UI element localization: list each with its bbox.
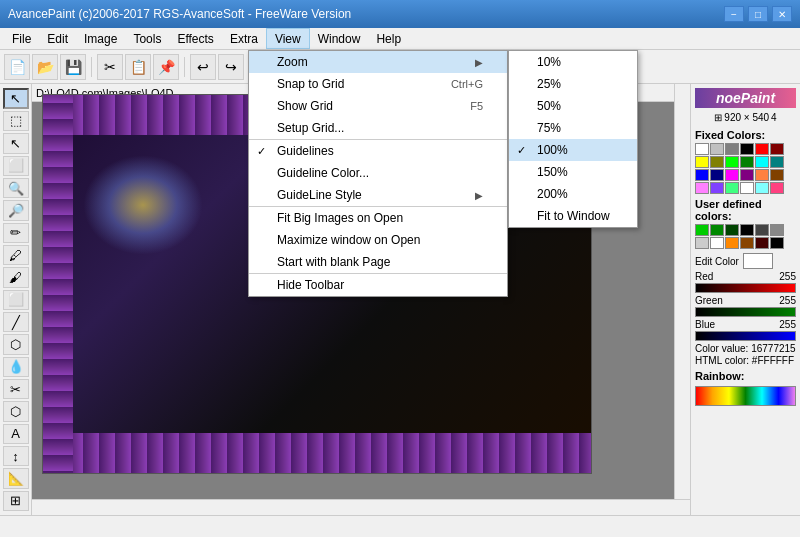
fixed-color-cell-18[interactable] <box>695 182 709 194</box>
line-tool[interactable]: ╱ <box>3 312 29 332</box>
paste-button[interactable]: 📌 <box>153 54 179 80</box>
fixed-color-cell-20[interactable] <box>725 182 739 194</box>
fixed-color-cell-19[interactable] <box>710 182 724 194</box>
text-tool[interactable]: A <box>3 424 29 444</box>
fixed-color-cell-7[interactable] <box>710 156 724 168</box>
save-button[interactable]: 💾 <box>60 54 86 80</box>
user-color-cell-1[interactable] <box>710 224 724 236</box>
color-preview[interactable] <box>743 253 773 269</box>
maximize-button[interactable]: □ <box>748 6 768 22</box>
close-button[interactable]: ✕ <box>772 6 792 22</box>
fixed-color-cell-11[interactable] <box>770 156 784 168</box>
select-tool[interactable]: ↖ <box>3 88 29 109</box>
user-color-cell-9[interactable] <box>740 237 754 249</box>
fixed-color-cell-16[interactable] <box>755 169 769 181</box>
menu-zoom[interactable]: Zoom ▶ <box>249 51 507 73</box>
paint-tool[interactable]: 🖌 <box>3 267 29 287</box>
vertical-scrollbar[interactable] <box>674 84 690 499</box>
zoom-tool[interactable]: 🔍 <box>3 178 29 198</box>
undo-button[interactable]: ↩ <box>190 54 216 80</box>
menu-file[interactable]: File <box>4 28 39 49</box>
zoom-fit-window[interactable]: Fit to Window <box>509 205 637 227</box>
crop-tool[interactable]: ✂ <box>3 379 29 399</box>
fixed-color-cell-1[interactable] <box>710 143 724 155</box>
fixed-color-cell-23[interactable] <box>770 182 784 194</box>
fixed-color-cell-5[interactable] <box>770 143 784 155</box>
flip-tool[interactable]: ↕ <box>3 446 29 466</box>
zoom-100[interactable]: ✓ 100% <box>509 139 637 161</box>
fixed-color-cell-22[interactable] <box>755 182 769 194</box>
zoom-75[interactable]: 75% <box>509 117 637 139</box>
fixed-color-cell-17[interactable] <box>770 169 784 181</box>
zoom-10[interactable]: 10% <box>509 51 637 73</box>
user-color-cell-5[interactable] <box>770 224 784 236</box>
fixed-color-cell-8[interactable] <box>725 156 739 168</box>
rect-select-tool[interactable]: ⬚ <box>3 111 29 131</box>
red-slider[interactable] <box>695 283 796 293</box>
user-color-cell-7[interactable] <box>710 237 724 249</box>
menu-snap-to-grid[interactable]: Snap to Grid Ctrl+G <box>249 73 507 95</box>
fixed-color-cell-13[interactable] <box>710 169 724 181</box>
cut-button[interactable]: ✂ <box>97 54 123 80</box>
zoom-150[interactable]: 150% <box>509 161 637 183</box>
user-color-cell-8[interactable] <box>725 237 739 249</box>
user-color-cell-11[interactable] <box>770 237 784 249</box>
fixed-color-cell-15[interactable] <box>740 169 754 181</box>
user-color-cell-10[interactable] <box>755 237 769 249</box>
menu-setup-grid[interactable]: Setup Grid... <box>249 117 507 139</box>
horizontal-scrollbar[interactable] <box>32 499 690 515</box>
menu-show-grid[interactable]: Show Grid F5 <box>249 95 507 117</box>
user-color-cell-2[interactable] <box>725 224 739 236</box>
user-color-cell-6[interactable] <box>695 237 709 249</box>
zoom-200[interactable]: 200% <box>509 183 637 205</box>
zoom-25[interactable]: 25% <box>509 73 637 95</box>
brush-tool[interactable]: 🖊 <box>3 245 29 265</box>
measure-tool[interactable]: 📐 <box>3 468 29 488</box>
redo-button[interactable]: ↪ <box>218 54 244 80</box>
user-color-cell-3[interactable] <box>740 224 754 236</box>
arrow-tool[interactable]: ↖ <box>3 133 29 153</box>
fixed-color-cell-4[interactable] <box>755 143 769 155</box>
menu-image[interactable]: Image <box>76 28 125 49</box>
fixed-color-cell-9[interactable] <box>740 156 754 168</box>
new-button[interactable]: 📄 <box>4 54 30 80</box>
menu-extra[interactable]: Extra <box>222 28 266 49</box>
rainbow-bar[interactable] <box>695 386 796 406</box>
clone-tool[interactable]: ⬡ <box>3 401 29 421</box>
pencil-tool[interactable]: ✏ <box>3 223 29 243</box>
menu-blank-page[interactable]: Start with blank Page <box>249 251 507 273</box>
menu-edit[interactable]: Edit <box>39 28 76 49</box>
blue-slider[interactable] <box>695 331 796 341</box>
copy-button[interactable]: 📋 <box>125 54 151 80</box>
open-button[interactable]: 📂 <box>32 54 58 80</box>
menu-maximize-window[interactable]: Maximize window on Open <box>249 229 507 251</box>
menu-guideline-color[interactable]: Guideline Color... <box>249 162 507 184</box>
menu-fit-big-images[interactable]: Fit Big Images on Open <box>249 206 507 229</box>
zoom-out-tool[interactable]: 🔎 <box>3 200 29 220</box>
menu-help[interactable]: Help <box>368 28 409 49</box>
fill-tool[interactable]: 💧 <box>3 357 29 377</box>
menu-effects[interactable]: Effects <box>169 28 221 49</box>
grid-tool[interactable]: ⊞ <box>3 491 29 511</box>
fixed-color-cell-21[interactable] <box>740 182 754 194</box>
menu-tools[interactable]: Tools <box>125 28 169 49</box>
menu-view[interactable]: View <box>266 28 310 49</box>
menu-guideline-style[interactable]: GuideLine Style ▶ <box>249 184 507 206</box>
lasso-tool[interactable]: ⬜ <box>3 156 29 176</box>
fixed-color-cell-6[interactable] <box>695 156 709 168</box>
fixed-color-cell-12[interactable] <box>695 169 709 181</box>
shape-tool[interactable]: ⬡ <box>3 334 29 354</box>
user-color-cell-4[interactable] <box>755 224 769 236</box>
zoom-50[interactable]: 50% <box>509 95 637 117</box>
green-slider[interactable] <box>695 307 796 317</box>
menu-window[interactable]: Window <box>310 28 369 49</box>
fixed-color-cell-14[interactable] <box>725 169 739 181</box>
fixed-color-cell-10[interactable] <box>755 156 769 168</box>
minimize-button[interactable]: − <box>724 6 744 22</box>
fixed-color-cell-0[interactable] <box>695 143 709 155</box>
eraser-tool[interactable]: ⬜ <box>3 290 29 310</box>
menu-hide-toolbar[interactable]: Hide Toolbar <box>249 273 507 296</box>
menu-guidelines[interactable]: ✓ Guidelines <box>249 139 507 162</box>
fixed-color-cell-2[interactable] <box>725 143 739 155</box>
fixed-color-cell-3[interactable] <box>740 143 754 155</box>
